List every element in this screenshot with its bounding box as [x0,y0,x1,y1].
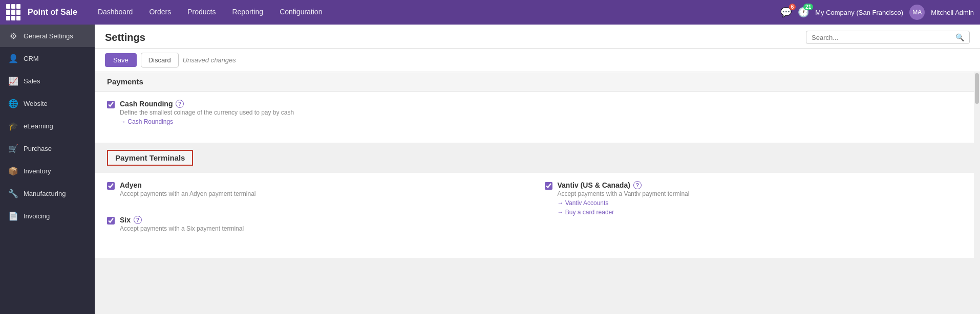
vantiv-title: Vantiv (US & Canada) ? [558,181,690,189]
toolbar: Save Discard Unsaved changes [95,49,980,72]
adyen-entry: Adyen Accept payments with an Adyen paym… [120,181,255,197]
nav-item-reporting[interactable]: Reporting [224,0,271,25]
messages-button[interactable]: 💬 6 [780,7,792,18]
buy-card-reader-link[interactable]: Buy a card reader [558,209,690,216]
settings-title: Settings [105,32,145,43]
sidebar-item-label: Website [24,100,48,107]
sidebar-item-website[interactable]: 🌐 Website [0,92,95,115]
elearning-icon: 🎓 [8,121,18,131]
cash-rounding-checkbox[interactable] [107,101,115,108]
six-entry: Six ? Accept payments with a Six payment… [120,216,244,232]
scrollbar-track[interactable] [974,72,980,314]
terminal-col-right: Vantiv (US & Canada) ? Accept payments w… [545,181,962,250]
sidebar-item-sales[interactable]: 📈 Sales [0,70,95,92]
save-button[interactable]: Save [105,53,137,67]
nav-item-orders[interactable]: Orders [141,0,179,25]
crm-icon: 👤 [8,53,18,63]
sidebar-item-label: Inventory [24,167,51,175]
invoicing-icon: 📄 [8,211,18,221]
six-checkbox[interactable] [107,217,115,225]
payment-terminals-label: Payment Terminals [107,150,193,166]
terminals-grid: Adyen Accept payments with an Adyen paym… [107,181,962,250]
scrollbar-thumb[interactable] [975,73,979,104]
sidebar: ⚙ General Settings 👤 CRM 📈 Sales 🌐 Websi… [0,25,95,314]
top-nav: Point of Sale Dashboard Orders Products … [0,0,980,25]
activities-badge: 21 [803,4,813,10]
sidebar-item-crm[interactable]: 👤 CRM [0,47,95,70]
discard-button[interactable]: Discard [141,53,179,68]
vantiv-help-icon[interactable]: ? [633,181,642,189]
sidebar-item-purchase[interactable]: 🛒 Purchase [0,137,95,160]
cash-rounding-section: Cash Rounding ? Define the smallest coin… [95,92,974,143]
search-input[interactable] [812,34,955,41]
user-avatar[interactable]: MA [909,5,925,20]
sidebar-item-inventory[interactable]: 📦 Inventory [0,160,95,182]
sidebar-item-label: CRM [24,55,39,62]
settings-body: Payments Cash Rounding ? Define the smal… [95,72,980,314]
website-icon: 🌐 [8,98,18,108]
search-bar: 🔍 [806,31,970,44]
nav-item-configuration[interactable]: Configuration [271,0,330,25]
nav-items: Dashboard Orders Products Reporting Conf… [90,0,331,25]
settings-scroll-area[interactable]: Payments Cash Rounding ? Define the smal… [95,72,974,314]
app-brand: Point of Sale [28,8,77,17]
cash-rounding-row: Cash Rounding ? Define the smallest coin… [107,100,962,125]
app-layout: ⚙ General Settings 👤 CRM 📈 Sales 🌐 Websi… [0,0,980,314]
adyen-desc: Accept payments with an Adyen payment te… [120,190,255,197]
terminals-section: Adyen Accept payments with an Adyen paym… [95,173,974,258]
main-content: Settings 🔍 Save Discard Unsaved changes … [95,25,980,314]
gear-icon: ⚙ [8,31,18,41]
adyen-row: Adyen Accept payments with an Adyen paym… [107,181,524,206]
adyen-checkbox[interactable] [107,182,115,190]
purchase-icon: 🛒 [8,143,18,153]
cash-rounding-help-icon[interactable]: ? [176,100,184,108]
payments-section-header: Payments [95,72,974,92]
cash-rounding-info: Cash Rounding ? Define the smallest coin… [120,100,294,125]
six-desc: Accept payments with a Six payment termi… [120,225,244,232]
nav-right: 💬 6 🕐 21 My Company (San Francisco) MA M… [780,5,974,20]
sidebar-item-label: eLearning [24,122,53,130]
manufacturing-icon: 🔧 [8,188,18,198]
activities-button[interactable]: 🕐 21 [798,7,809,18]
vantiv-accounts-link[interactable]: Vantiv Accounts [558,199,690,207]
six-title: Six ? [120,216,244,224]
inventory-icon: 📦 [8,166,18,176]
terminal-col-left: Adyen Accept payments with an Adyen paym… [107,181,524,250]
vantiv-desc: Accept payments with a Vantiv payment te… [558,190,690,197]
messages-badge: 6 [789,4,796,10]
sidebar-item-label: General Settings [24,32,73,40]
sidebar-item-label: Manufacturing [24,190,66,197]
sidebar-item-label: Sales [24,77,40,85]
nav-item-dashboard[interactable]: Dashboard [90,0,141,25]
sidebar-item-label: Invoicing [24,212,50,220]
username[interactable]: Mitchell Admin [931,9,974,16]
sidebar-item-elearning[interactable]: 🎓 eLearning [0,115,95,137]
nav-item-products[interactable]: Products [179,0,224,25]
cash-roundings-link[interactable]: Cash Roundings [120,118,294,125]
unsaved-changes-label: Unsaved changes [183,56,236,64]
settings-header: Settings 🔍 [95,25,980,49]
vantiv-row: Vantiv (US & Canada) ? Accept payments w… [545,181,962,224]
vantiv-entry: Vantiv (US & Canada) ? Accept payments w… [558,181,690,216]
sidebar-item-general-settings[interactable]: ⚙ General Settings [0,25,95,47]
sidebar-item-manufacturing[interactable]: 🔧 Manufacturing [0,182,95,205]
sidebar-item-label: Purchase [24,145,52,152]
vantiv-checkbox[interactable] [545,182,552,190]
search-icon[interactable]: 🔍 [955,33,964,41]
six-help-icon[interactable]: ? [134,216,142,224]
cash-rounding-title: Cash Rounding ? [120,100,294,108]
sidebar-item-invoicing[interactable]: 📄 Invoicing [0,205,95,227]
cash-rounding-desc: Define the smallest coinage of the curre… [120,109,294,116]
sales-icon: 📈 [8,76,18,86]
company-name: My Company (San Francisco) [815,9,903,16]
adyen-title: Adyen [120,181,255,189]
six-row: Six ? Accept payments with a Six payment… [107,216,524,240]
app-menu-button[interactable] [6,4,23,20]
payment-terminals-wrapper: Payment Terminals [107,150,962,166]
